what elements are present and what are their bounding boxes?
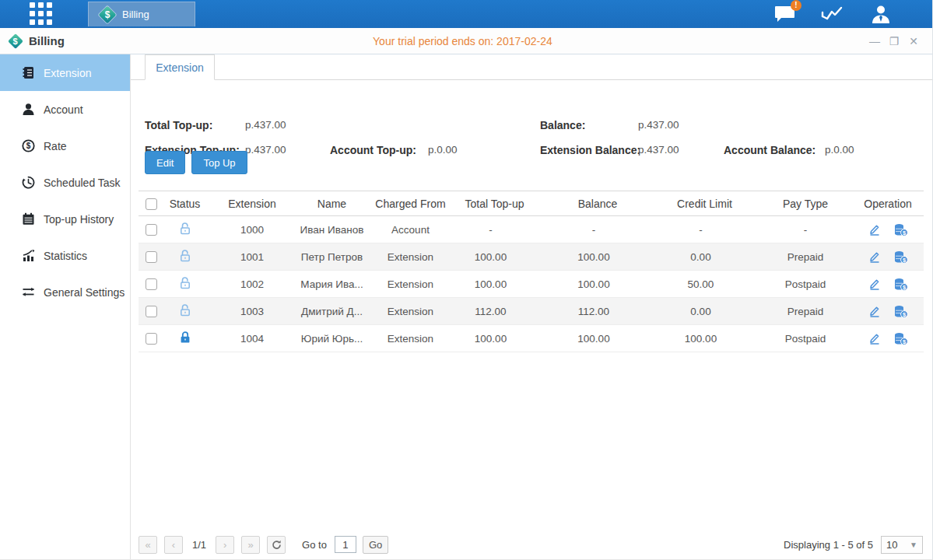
cell-charged-from: Extension [366, 298, 455, 325]
statistics-chart-icon[interactable] [821, 5, 844, 23]
select-all-checkbox[interactable] [146, 198, 157, 210]
top-up-row-icon[interactable]: $ [893, 305, 908, 318]
page-size-value: 10 [886, 539, 910, 551]
cell-credit-limit: 0.00 [661, 243, 759, 271]
col-pay-type: Pay Type [759, 191, 852, 216]
messages-icon[interactable]: ! [774, 5, 795, 23]
close-button[interactable]: ✕ [907, 35, 920, 47]
col-credit-limit: Credit Limit [661, 191, 759, 216]
edit-row-icon[interactable] [868, 223, 881, 236]
go-button[interactable]: Go [363, 536, 388, 554]
topbar-tab-billing[interactable]: $ Billing [88, 2, 195, 26]
cell-total-topup: 100.00 [455, 271, 545, 298]
edit-button[interactable]: Edit [145, 151, 185, 174]
table-header-row: Status Extension Name Charged From Total… [139, 191, 924, 216]
window-title-bar: $ Billing Your trial period ends on: 201… [0, 28, 932, 54]
cell-balance: - [545, 216, 661, 243]
edit-row-icon[interactable] [868, 305, 881, 317]
col-total-topup: Total Top-up [455, 191, 545, 216]
table-row[interactable]: 1001Петр ПетровExtension100.00100.000.00… [139, 243, 924, 271]
row-checkbox[interactable] [146, 251, 157, 263]
cell-extension: 1002 [206, 271, 298, 298]
maximize-button[interactable]: ❐ [888, 35, 900, 47]
top-up-row-icon[interactable]: $ [893, 278, 908, 291]
top-bar: $ Billing ! [0, 0, 932, 28]
cell-credit-limit: - [661, 216, 759, 243]
prev-page-button[interactable]: ‹ [164, 536, 183, 554]
sidebar-item-extension[interactable]: Extension [0, 54, 130, 91]
lock-status-icon[interactable] [179, 303, 191, 317]
sidebar-item-label: Account [44, 103, 83, 116]
table-row[interactable]: 1004Юрий Юрь...Extension100.00100.00100.… [139, 325, 924, 352]
topbar-tab-label: Billing [122, 9, 149, 20]
last-page-button[interactable]: » [241, 536, 260, 554]
lock-status-icon[interactable] [179, 249, 191, 262]
sidebar-item-scheduled-task[interactable]: Scheduled Task [0, 164, 130, 201]
table-row[interactable]: 1000Иван ИвановAccount----$ [139, 216, 924, 243]
edit-row-icon[interactable] [868, 250, 881, 263]
cell-name: Петр Петров [298, 243, 366, 271]
extension-balance-value: p.437.00 [638, 144, 679, 156]
row-checkbox[interactable] [146, 306, 157, 317]
cell-pay-type: Postpaid [759, 271, 852, 298]
page-size-select[interactable]: 10 ▼ [881, 536, 923, 554]
cell-balance: 112.00 [545, 298, 661, 325]
edit-row-icon[interactable] [868, 278, 881, 290]
refresh-button[interactable] [267, 536, 286, 554]
top-up-button[interactable]: Top Up [191, 151, 247, 174]
displaying-text: Displaying 1 - 5 of 5 [784, 539, 873, 551]
sidebar-item-rate[interactable]: $ Rate [0, 128, 130, 164]
cell-balance: 100.00 [545, 325, 661, 352]
calendar-icon [22, 212, 35, 226]
cell-name: Иван Иванов [298, 216, 366, 243]
sidebar-item-statistics[interactable]: Statistics [0, 237, 130, 274]
window-title: $ Billing [8, 33, 65, 48]
chevron-down-icon: ▼ [910, 541, 917, 549]
minimize-button[interactable]: — [868, 35, 881, 47]
app-launcher-grid-icon[interactable] [30, 2, 53, 26]
col-balance: Balance [545, 191, 661, 216]
extension-topup-value: p.437.00 [245, 144, 286, 156]
row-checkbox[interactable] [146, 224, 157, 236]
cell-charged-from: Account [366, 216, 455, 243]
lock-status-icon[interactable] [179, 331, 191, 344]
cell-pay-type: Prepaid [759, 298, 852, 325]
row-checkbox[interactable] [146, 278, 157, 290]
first-page-button[interactable]: « [139, 536, 157, 554]
sidebar-item-topup-history[interactable]: Top-up History [0, 201, 130, 237]
sidebar-item-general-settings[interactable]: General Settings [0, 274, 130, 310]
extension-balance-label: Extension Balance: [540, 144, 640, 156]
window-title-text: Billing [29, 34, 65, 47]
account-balance-value: p.0.00 [825, 144, 854, 156]
top-up-row-icon[interactable]: $ [893, 250, 908, 264]
sidebar-item-account[interactable]: Account [0, 91, 130, 128]
goto-page-input[interactable] [335, 536, 356, 553]
table-row[interactable]: 1002Мария Ива...Extension100.00100.0050.… [139, 271, 924, 298]
table-row[interactable]: 1003Дмитрий Д...Extension112.00112.000.0… [139, 298, 924, 325]
cell-total-topup: - [455, 216, 545, 243]
topbar-actions: ! [774, 5, 932, 24]
tab-extension[interactable]: Extension [145, 54, 215, 80]
billing-diamond-icon: $ [100, 7, 115, 23]
account-balance-label: Account Balance: [724, 144, 815, 156]
account-topup-value: p.0.00 [428, 144, 458, 156]
svg-text:$: $ [26, 142, 31, 150]
cell-credit-limit: 50.00 [661, 271, 759, 298]
billing-app-window: $ Billing ! [0, 0, 933, 560]
top-up-row-icon[interactable]: $ [893, 332, 908, 345]
lock-status-icon[interactable] [179, 276, 191, 289]
user-account-icon[interactable] [870, 5, 892, 24]
sidebar-item-label: Statistics [44, 250, 87, 262]
lock-status-icon[interactable] [179, 222, 191, 235]
total-topup-value: p.437.00 [245, 119, 286, 131]
top-up-row-icon[interactable]: $ [893, 223, 908, 236]
sidebar: Extension Account $ Rate Scheduled Task [0, 54, 131, 559]
cell-charged-from: Extension [366, 271, 455, 298]
cell-total-topup: 100.00 [455, 325, 545, 352]
person-icon [22, 103, 35, 116]
edit-row-icon[interactable] [868, 332, 881, 345]
row-checkbox[interactable] [146, 333, 157, 345]
col-charged-from: Charged From [366, 191, 455, 216]
next-page-button[interactable]: › [216, 536, 234, 554]
sidebar-item-label: Rate [44, 140, 67, 152]
